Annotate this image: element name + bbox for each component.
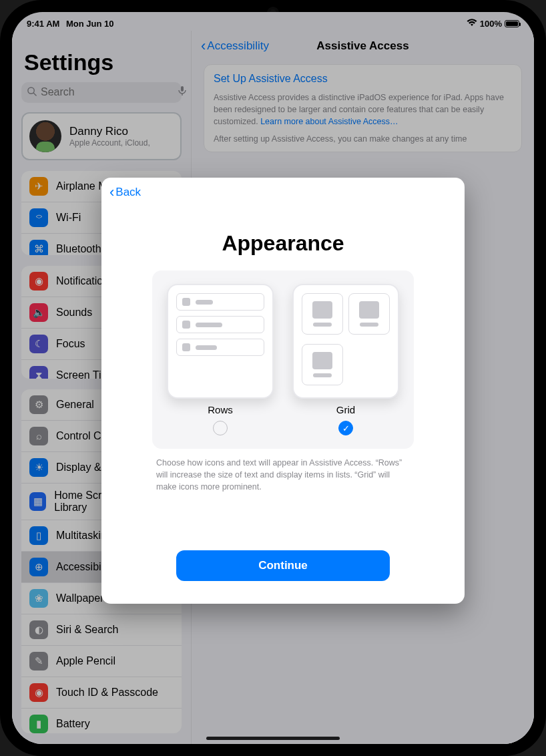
appearance-options: Rows Grid ✓ <box>152 270 414 449</box>
rows-preview <box>167 284 274 399</box>
option-grid-label: Grid <box>336 404 355 415</box>
option-grid-radio[interactable]: ✓ <box>338 421 353 435</box>
continue-button[interactable]: Continue <box>176 550 390 581</box>
chevron-left-icon: ‹ <box>109 185 114 200</box>
home-indicator[interactable] <box>206 737 340 740</box>
option-rows-label: Rows <box>208 404 233 415</box>
appearance-description: Choose how icons and text will appear in… <box>152 457 414 493</box>
option-rows-radio[interactable] <box>213 421 228 435</box>
sheet-title: Appearance <box>222 231 344 256</box>
sheet-back-button[interactable]: ‹ Back <box>109 185 141 200</box>
checkmark-icon: ✓ <box>342 423 350 433</box>
grid-preview <box>292 284 399 399</box>
appearance-sheet: ‹ Back Appearance Rows <box>101 178 465 604</box>
option-grid[interactable]: Grid ✓ <box>292 284 399 435</box>
option-rows[interactable]: Rows <box>167 284 274 435</box>
